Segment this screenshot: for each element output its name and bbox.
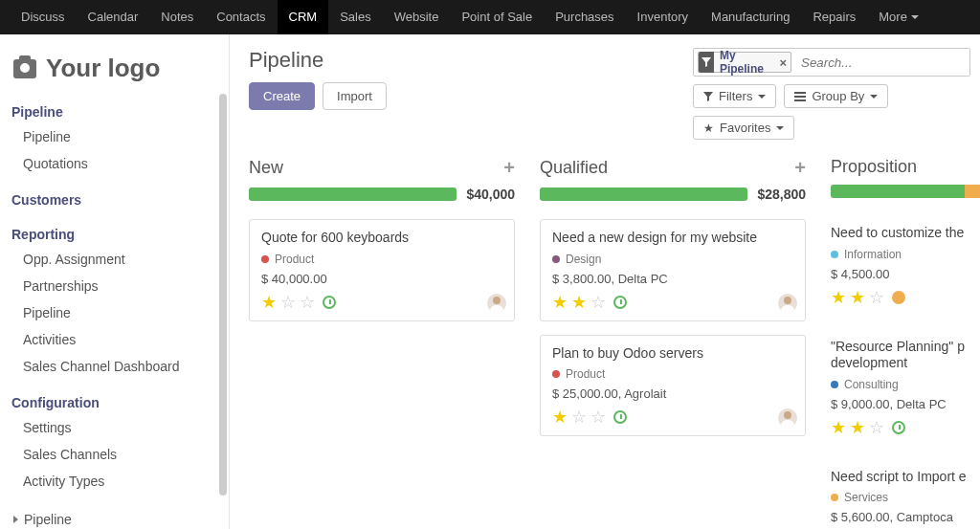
search-box[interactable]: My Pipeline ×	[693, 48, 970, 77]
sidebar-item-pipeline[interactable]: Pipeline	[10, 299, 229, 326]
nav-item-crm[interactable]: CRM	[278, 0, 329, 34]
column-progress-bar	[831, 185, 980, 198]
logo-text: Your logo	[46, 54, 160, 83]
sidebar-head-configuration[interactable]: Configuration	[10, 391, 229, 414]
import-button[interactable]: Import	[323, 82, 387, 110]
priority-star-icon[interactable]: ★	[552, 407, 568, 428]
activity-clock-icon[interactable]	[613, 410, 627, 424]
sidebar-item-activity-types[interactable]: Activity Types	[10, 468, 229, 495]
nav-item-point-of-sale[interactable]: Point of Sale	[450, 0, 544, 34]
card-tag: Product	[552, 367, 793, 381]
nav-item-purchases[interactable]: Purchases	[544, 0, 625, 34]
activity-clock-icon[interactable]	[892, 421, 905, 434]
user-avatar[interactable]	[778, 408, 797, 428]
sidebar-item-pipeline[interactable]: Pipeline	[10, 123, 229, 150]
nav-item-discuss[interactable]: Discuss	[10, 0, 77, 34]
filters-button[interactable]: Filters	[693, 84, 776, 108]
nav-item-sales[interactable]: Sales	[328, 0, 383, 34]
column-title: Proposition	[831, 157, 917, 177]
card-amount: $ 5,600.00, Camptoca	[831, 510, 980, 524]
activity-clock-icon[interactable]	[323, 296, 336, 309]
nav-item-inventory[interactable]: Inventory	[626, 0, 700, 34]
priority-star-icon[interactable]: ★	[831, 417, 846, 438]
priority-star-icon[interactable]: ☆	[280, 292, 296, 313]
priority-star-icon[interactable]: ★	[261, 292, 277, 313]
funnel-icon	[703, 92, 713, 101]
card-tag: Information	[831, 248, 980, 261]
priority-star-icon[interactable]: ☆	[571, 407, 587, 428]
sidebar-item-activities[interactable]: Activities	[10, 326, 229, 353]
tag-label: Information	[844, 248, 902, 261]
nav-item-calendar[interactable]: Calendar	[77, 0, 150, 34]
groupby-button[interactable]: Group By	[784, 84, 888, 108]
nav-item-repairs[interactable]: Repairs	[801, 0, 867, 34]
priority-star-icon[interactable]: ★	[850, 287, 865, 308]
priority-star-icon[interactable]: ★	[552, 292, 568, 313]
kanban-card[interactable]: Need script to Import eServices$ 5,600.0…	[831, 459, 980, 530]
filters-label: Filters	[719, 89, 752, 103]
sidebar-item-sales-channel-dashboard[interactable]: Sales Channel Dashboard	[10, 353, 229, 380]
sidebar-item-settings[interactable]: Settings	[10, 414, 229, 441]
priority-star-icon[interactable]: ★	[850, 417, 865, 438]
sidebar-head-customers[interactable]: Customers	[10, 188, 229, 211]
add-card-icon[interactable]: +	[503, 157, 515, 179]
sidebar-item-partnerships[interactable]: Partnerships	[10, 273, 229, 299]
priority-star-icon[interactable]: ☆	[590, 292, 606, 313]
tag-label: Product	[275, 253, 314, 266]
kanban-card[interactable]: Need a new design for my websiteDesign$ …	[540, 219, 806, 321]
priority-star-icon[interactable]: ☆	[300, 292, 315, 313]
priority-star-icon[interactable]: ★	[831, 287, 846, 308]
sidebar-head-pipeline[interactable]: Pipeline	[10, 100, 229, 123]
card-tag: Design	[552, 253, 793, 266]
camera-icon	[13, 59, 36, 78]
sidebar-scrollbar[interactable]	[219, 94, 227, 496]
card-title: "Resource Planning" p development	[831, 339, 980, 372]
tag-label: Consulting	[844, 378, 899, 391]
activity-clock-icon[interactable]	[613, 296, 627, 309]
kanban-card[interactable]: Plan to buy Odoo serversProduct$ 25,000.…	[540, 335, 806, 437]
list-icon	[794, 92, 806, 101]
user-avatar[interactable]	[778, 294, 797, 313]
card-amount: $ 40,000.00	[261, 272, 502, 286]
card-footer: ★☆☆	[261, 292, 502, 313]
card-amount: $ 9,000.00, Delta PC	[831, 397, 980, 411]
add-card-icon[interactable]: +	[794, 157, 806, 179]
kanban-card[interactable]: Need to customize theInformation$ 4,500.…	[831, 215, 980, 316]
tag-dot-icon	[552, 370, 560, 378]
card-title: Quote for 600 keyboards	[261, 230, 502, 247]
tag-label: Product	[566, 367, 605, 381]
nav-item-manufacturing[interactable]: Manufacturing	[700, 0, 801, 34]
facet-remove-icon[interactable]: ×	[775, 55, 791, 70]
sidebar-head-reporting[interactable]: Reporting	[10, 223, 229, 246]
card-footer: ★★☆	[831, 417, 980, 438]
user-avatar[interactable]	[487, 294, 506, 313]
card-title: Need script to Import e	[831, 469, 980, 486]
sidebar-item-opp-assignment[interactable]: Opp. Assignment	[10, 246, 229, 273]
search-facet[interactable]: My Pipeline ×	[698, 52, 791, 73]
sidebar-item-pipeline[interactable]: Pipeline	[10, 506, 229, 529]
nav-item-notes[interactable]: Notes	[149, 0, 205, 34]
favorites-label: Favorites	[720, 121, 770, 135]
priority-star-icon[interactable]: ★	[571, 292, 587, 313]
nav-item-website[interactable]: Website	[383, 0, 451, 34]
card-amount: $ 4,500.00	[831, 267, 980, 281]
search-input[interactable]	[795, 49, 969, 76]
priority-star-icon[interactable]: ☆	[590, 407, 606, 428]
create-button[interactable]: Create	[249, 82, 315, 110]
sidebar-item-sales-channels[interactable]: Sales Channels	[10, 441, 229, 468]
top-nav: DiscussCalendarNotesContactsCRMSalesWebs…	[0, 0, 980, 34]
sidebar-item-quotations[interactable]: Quotations	[10, 150, 229, 177]
sidebar: Your logo PipelinePipelineQuotationsCust…	[0, 34, 230, 529]
groupby-label: Group By	[812, 89, 864, 103]
kanban-card[interactable]: "Resource Planning" p developmentConsult…	[831, 329, 980, 446]
favorites-button[interactable]: ★ Favorites	[693, 116, 794, 140]
chevron-down-icon	[758, 95, 766, 99]
nav-item-more[interactable]: More	[867, 0, 930, 34]
kanban-card[interactable]: Quote for 600 keyboardsProduct$ 40,000.0…	[249, 219, 515, 321]
activity-clock-icon[interactable]	[892, 291, 905, 304]
priority-star-icon[interactable]: ☆	[869, 287, 884, 308]
priority-star-icon[interactable]: ☆	[869, 417, 884, 438]
nav-item-contacts[interactable]: Contacts	[205, 0, 277, 34]
kanban-board: New+$40,000Quote for 600 keyboardsProduc…	[249, 157, 980, 529]
card-footer: ★★☆	[552, 292, 793, 313]
